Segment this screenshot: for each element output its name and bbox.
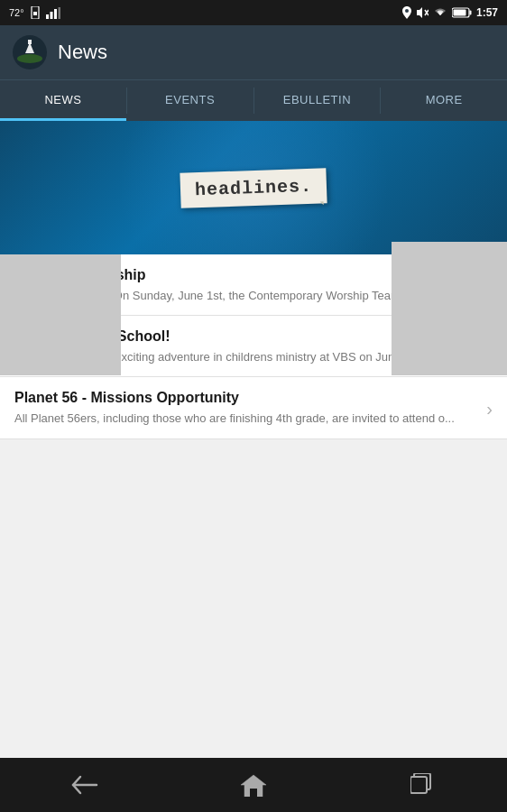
bars-icon <box>46 7 60 19</box>
svg-rect-4 <box>54 9 57 19</box>
svg-rect-3 <box>50 12 52 19</box>
sim-icon <box>30 6 41 19</box>
mute-icon <box>416 6 429 19</box>
svg-rect-10 <box>469 11 471 15</box>
svg-rect-11 <box>453 10 466 16</box>
tab-events[interactable]: EVENTS <box>127 80 254 121</box>
svg-rect-20 <box>410 777 427 793</box>
recents-icon <box>410 773 434 797</box>
chevron-right-icon-2: › <box>486 399 493 420</box>
status-left: 72° <box>9 6 60 19</box>
tab-ebulletin[interactable]: EBULLETIN <box>254 80 381 121</box>
status-bar: 72° 1:57 <box>0 0 507 25</box>
svg-point-13 <box>17 54 42 63</box>
clock: 1:57 <box>476 6 498 19</box>
home-icon <box>241 773 266 797</box>
news-item-2-title: Planet 56 - Missions Opportunity <box>14 390 477 406</box>
home-button[interactable] <box>240 771 267 798</box>
news-item-2-preview: All Planet 56ers, including those who ar… <box>14 411 477 427</box>
tab-more[interactable]: MORE <box>381 80 507 121</box>
svg-rect-15 <box>28 40 32 44</box>
news-item-2-text: Planet 56 - Missions Opportunity All Pla… <box>14 390 486 427</box>
wifi-icon <box>433 7 447 18</box>
svg-rect-2 <box>46 14 49 19</box>
app-title: News <box>58 41 107 64</box>
temperature: 72° <box>9 7 24 18</box>
app-bar: News <box>0 25 507 79</box>
hero-banner: headlines. <box>0 121 507 254</box>
headlines-text: headlines. <box>195 175 313 200</box>
tab-bar: NEWS EVENTS EBULLETIN MORE <box>0 79 507 121</box>
svg-point-6 <box>405 9 409 13</box>
bottom-nav <box>0 758 507 812</box>
back-button[interactable] <box>71 771 98 798</box>
hero-section: headlines. <box>0 121 507 254</box>
svg-rect-18 <box>250 789 257 797</box>
back-icon <box>71 775 98 795</box>
svg-rect-5 <box>58 7 60 19</box>
status-right: 1:57 <box>402 6 498 19</box>
side-panel-right <box>392 242 507 375</box>
recents-button[interactable] <box>409 771 436 798</box>
battery-icon <box>452 7 472 18</box>
side-panel-left <box>0 242 121 375</box>
app-logo-icon <box>13 35 47 69</box>
svg-rect-1 <box>33 12 37 15</box>
headlines-badge: headlines. <box>180 168 327 208</box>
location-icon <box>402 6 411 19</box>
tab-news[interactable]: NEWS <box>0 80 126 121</box>
news-item-2[interactable]: Planet 56 - Missions Opportunity All Pla… <box>0 377 507 438</box>
